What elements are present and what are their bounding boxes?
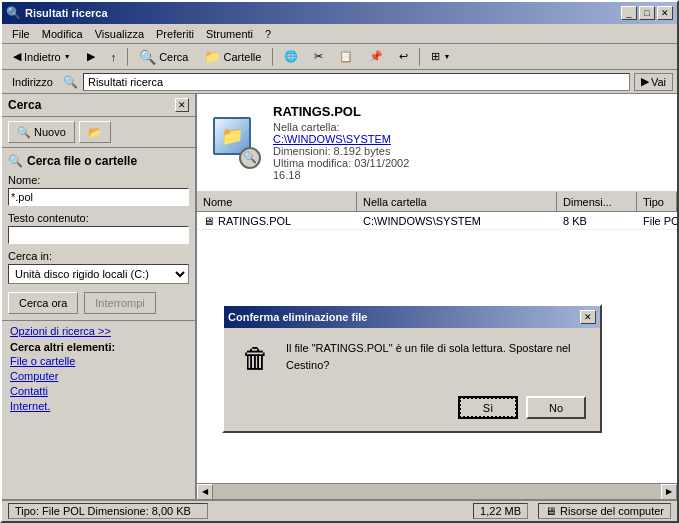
toolbar-btn-4[interactable]: ✂	[307, 46, 330, 68]
nella-link[interactable]: C:\WINDOWS\SYSTEM	[273, 133, 391, 145]
sidebar-btn-2[interactable]: 📂	[79, 121, 111, 143]
result-file-icon: 📁 🔍	[213, 119, 261, 167]
toolbar-icon-5: 📋	[339, 50, 353, 63]
menu-modifica[interactable]: Modifica	[36, 26, 89, 42]
menu-visualizza[interactable]: Visualizza	[89, 26, 150, 42]
testo-input[interactable]	[8, 226, 189, 244]
search-icon: 🔍	[139, 49, 156, 65]
section-title: 🔍 Cerca file o cartelle	[8, 154, 189, 168]
file-icon: 🖥	[203, 215, 214, 227]
computer-label: Risorse del computer	[560, 505, 664, 517]
menu-preferiti[interactable]: Preferiti	[150, 26, 200, 42]
sidebar-toolbar: 🔍 Nuovo 📂	[2, 117, 195, 148]
link-contatti[interactable]: Contatti	[10, 385, 187, 397]
back-dropdown-icon: ▼	[64, 53, 71, 60]
search-button[interactable]: 🔍 Cerca	[132, 46, 195, 68]
maximize-button[interactable]: □	[639, 6, 655, 20]
file-nella-cell: C:\WINDOWS\SYSTEM	[357, 215, 557, 227]
link-computer[interactable]: Computer	[10, 370, 187, 382]
status-computer: 🖥 Risorse del computer	[538, 503, 671, 519]
go-button[interactable]: ▶ Vai	[634, 73, 673, 91]
table-row[interactable]: 🖥 RATINGS.POL C:\WINDOWS\SYSTEM 8 KB Fil…	[197, 212, 677, 230]
toolbar-icon-3: 🌐	[284, 50, 298, 63]
horizontal-scrollbar: ◀ ▶	[197, 483, 677, 499]
folders-button[interactable]: 📁 Cartelle	[197, 46, 268, 68]
view-dropdown-icon: ▼	[443, 53, 450, 60]
search-label: Cerca	[159, 51, 188, 63]
result-info: RATINGS.POL Nella cartella: C:\WINDOWS\S…	[273, 104, 661, 181]
address-label: Indirizzo	[6, 74, 59, 90]
up-icon: ↑	[111, 51, 117, 63]
back-button[interactable]: ◀ Indietro ▼	[6, 46, 78, 68]
menu-help[interactable]: ?	[259, 26, 277, 42]
menu-file[interactable]: File	[6, 26, 36, 42]
file-tipo-cell: File POL	[637, 215, 677, 227]
minimize-button[interactable]: _	[621, 6, 637, 20]
toolbar-btn-5[interactable]: 📋	[332, 46, 360, 68]
cerca-in-select[interactable]: Unità disco rigido locali (C:)	[8, 264, 189, 284]
file-dimen-cell: 8 KB	[557, 215, 637, 227]
search-section: 🔍 Cerca file o cartelle Nome: Testo cont…	[2, 148, 195, 321]
menu-strumenti[interactable]: Strumenti	[200, 26, 259, 42]
interrompi-button[interactable]: Interrompi	[84, 292, 156, 314]
toolbar-separator-3	[419, 48, 420, 66]
link-internet[interactable]: Internet.	[10, 400, 187, 412]
go-label: Vai	[651, 76, 666, 88]
link-file-cartelle[interactable]: File o cartelle	[10, 355, 187, 367]
list-header: Nome Nella cartella Dimensi... Tipo	[197, 192, 677, 212]
undo-icon: ↩	[399, 50, 408, 63]
nome-label: Nome:	[8, 174, 189, 186]
sidebar-header: Cerca ✕	[2, 94, 195, 117]
scroll-right-button[interactable]: ▶	[661, 484, 677, 500]
toolbar-icon-6: 📌	[369, 50, 383, 63]
close-button[interactable]: ✕	[657, 6, 673, 20]
status-bar: Tipo: File POL Dimensione: 8,00 KB 1,22 …	[2, 499, 677, 521]
main-window: 🔍 Risultati ricerca _ □ ✕ File Modifica …	[0, 0, 679, 523]
address-input[interactable]	[83, 73, 630, 91]
dialog-close-button[interactable]: ✕	[580, 310, 596, 324]
col-nella-header[interactable]: Nella cartella	[357, 192, 557, 211]
options-section: Opzioni di ricerca >> Cerca altri elemen…	[2, 321, 195, 419]
search-folder-icon: 🔍	[8, 154, 23, 168]
sidebar-icon-2: 📂	[88, 126, 102, 139]
title-bar-buttons: _ □ ✕	[621, 6, 673, 20]
sidebar-close-button[interactable]: ✕	[175, 98, 189, 112]
main-content: Cerca ✕ 🔍 Nuovo 📂 🔍 Cerca file o ca	[2, 94, 677, 499]
sidebar-title: Cerca	[8, 98, 41, 112]
file-name: RATINGS.POL	[218, 215, 291, 227]
cerca-in-label: Cerca in:	[8, 250, 189, 262]
result-title: RATINGS.POL	[273, 104, 661, 119]
nuovo-button[interactable]: 🔍 Nuovo	[8, 121, 75, 143]
result-header: 📁 🔍 RATINGS.POL Nella cartella: C:\WINDO…	[197, 94, 677, 192]
scroll-left-button[interactable]: ◀	[197, 484, 213, 500]
sidebar: Cerca ✕ 🔍 Nuovo 📂 🔍 Cerca file o ca	[2, 94, 197, 499]
scroll-track[interactable]	[213, 484, 661, 499]
toolbar-btn-3[interactable]: 🌐	[277, 46, 305, 68]
confirm-dialog: Conferma eliminazione file ✕ 🗑 Il file "…	[222, 304, 602, 433]
nuovo-label: Nuovo	[34, 126, 66, 138]
forward-icon: ▶	[87, 50, 95, 63]
up-button[interactable]: ↑	[104, 46, 124, 68]
forward-button[interactable]: ▶	[80, 46, 102, 68]
nella-value: C:\WINDOWS\SYSTEM	[273, 133, 661, 145]
toolbar-btn-6[interactable]: 📌	[362, 46, 390, 68]
view-button[interactable]: ⊞ ▼	[424, 46, 457, 68]
toolbar-btn-7[interactable]: ↩	[392, 46, 415, 68]
nome-input[interactable]	[8, 188, 189, 206]
view-icon: ⊞	[431, 50, 440, 63]
toolbar: ◀ Indietro ▼ ▶ ↑ 🔍 Cerca 📁 Cartelle 🌐 ✂ …	[2, 44, 677, 70]
no-button[interactable]: No	[526, 396, 586, 419]
opzioni-link[interactable]: Opzioni di ricerca >>	[10, 325, 111, 337]
col-tipo-header[interactable]: Tipo	[637, 192, 677, 211]
back-icon: ◀	[13, 50, 21, 63]
dialog-body: 🗑 Il file "RATINGS.POL" è un file di sol…	[224, 328, 600, 388]
col-dimen-header[interactable]: Dimensi...	[557, 192, 637, 211]
si-button[interactable]: Sì	[458, 396, 518, 419]
window-title: Risultati ricerca	[25, 7, 108, 19]
cerca-ora-button[interactable]: Cerca ora	[8, 292, 78, 314]
toolbar-separator-1	[127, 48, 128, 66]
folders-icon: 📁	[204, 49, 220, 64]
dimensioni-label: Dimensioni: 8.192 bytes	[273, 145, 661, 157]
address-search-icon: 🔍	[63, 74, 79, 90]
col-nome-header[interactable]: Nome	[197, 192, 357, 211]
